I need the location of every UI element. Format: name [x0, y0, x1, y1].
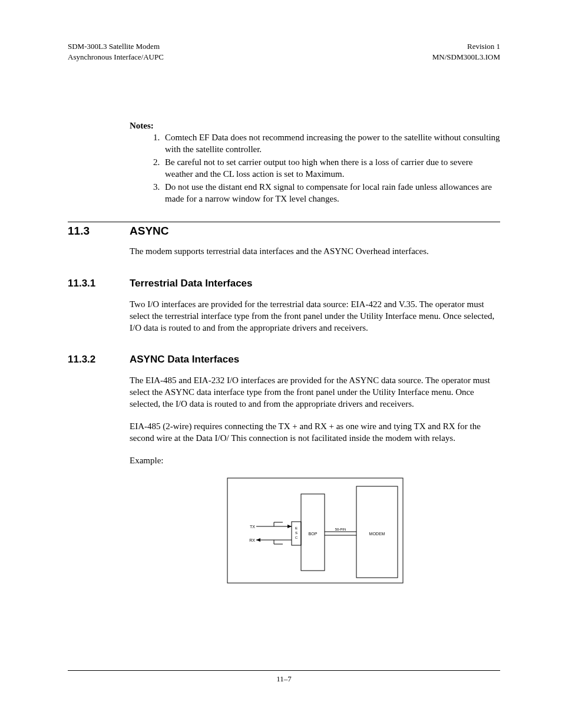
note-item: Comtech EF Data does not recommend incre… [162, 132, 500, 156]
example-label: Example: [130, 455, 500, 467]
notes-block: Notes: Comtech EF Data does not recommen… [130, 121, 500, 205]
heading-title: ASYNC Data Interfaces [130, 354, 239, 365]
header-left: SDM-300L3 Satellite Modem Asynchronous I… [68, 41, 164, 62]
heading-title: ASYNC [130, 225, 169, 238]
heading-title: Terrestrial Data Interfaces [130, 278, 253, 289]
heading-number: 11.3 [68, 225, 130, 238]
block-diagram: BOP E S C MODEM 50-PIN TX [130, 477, 500, 584]
diagram-pin-label: 50-PIN [335, 528, 346, 531]
section-paragraph: Two I/O interfaces are provided for the … [130, 299, 500, 334]
section-heading-11-3: 11.3 ASYNC [68, 225, 500, 238]
diagram-rx-label: RX [249, 538, 255, 542]
notes-label: Notes: [130, 121, 154, 130]
heading-number: 11.3.2 [68, 354, 130, 365]
heading-number: 11.3.1 [68, 278, 130, 289]
section-heading-11-3-1: 11.3.1 Terrestrial Data Interfaces [68, 278, 500, 289]
note-item: Do not use the distant end RX signal to … [162, 182, 500, 205]
notes-list: Comtech EF Data does not recommend incre… [130, 132, 500, 205]
page-header: SDM-300L3 Satellite Modem Asynchronous I… [68, 41, 500, 62]
section-paragraph: The EIA-485 and EIA-232 I/O interfaces a… [130, 375, 500, 410]
svg-text:C: C [295, 536, 297, 539]
section-divider [68, 222, 500, 222]
svg-text:E: E [295, 526, 297, 530]
svg-marker-10 [287, 525, 292, 528]
svg-text:S: S [295, 531, 297, 535]
page-number: 11–7 [276, 674, 292, 683]
note-item: Be careful not to set carrier output too… [162, 157, 500, 180]
page-footer: 11–7 [68, 670, 500, 684]
section-paragraph: The modem supports terrestrial data inte… [130, 246, 500, 258]
section-paragraph: EIA-485 (2-wire) requires connecting the… [130, 421, 500, 444]
diagram-modem-label: MODEM [369, 532, 385, 536]
section-heading-11-3-2: 11.3.2 ASYNC Data Interfaces [68, 354, 500, 365]
svg-marker-14 [256, 538, 260, 542]
diagram-bop-label: BOP [308, 532, 317, 536]
diagram-tx-label: TX [250, 525, 255, 529]
header-right: Revision 1 MN/SDM300L3.IOM [432, 41, 500, 62]
diagram-svg: BOP E S C MODEM 50-PIN TX [227, 477, 404, 584]
